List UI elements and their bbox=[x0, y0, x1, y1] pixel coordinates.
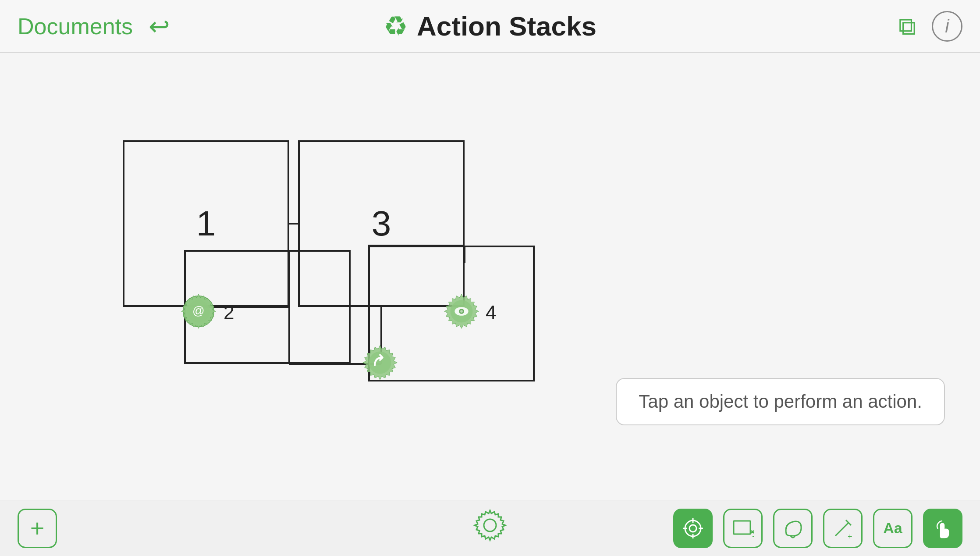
svg-rect-23 bbox=[734, 521, 750, 534]
gear-redo-svg bbox=[360, 342, 400, 383]
rect-icon: + bbox=[732, 517, 754, 539]
text-tool-button[interactable]: Aa bbox=[873, 509, 913, 548]
add-button[interactable]: + bbox=[18, 509, 57, 548]
box-3-label: 3 bbox=[372, 203, 391, 244]
svg-text:@: @ bbox=[192, 304, 205, 317]
gear-at-svg: @ bbox=[179, 291, 218, 331]
header-center: ♻ Action Stacks bbox=[383, 11, 597, 42]
touch-icon bbox=[932, 517, 954, 539]
lasso-tool-button[interactable] bbox=[773, 509, 813, 548]
instruction-box: Tap an object to perform an action. bbox=[616, 378, 945, 425]
canvas-area[interactable]: 1 3 @ 2 4 bbox=[0, 53, 980, 500]
header-right: ⧉ i bbox=[898, 11, 962, 42]
svg-point-16 bbox=[484, 519, 496, 531]
box-1-label: 1 bbox=[196, 203, 216, 244]
recycle-icon: ♻ bbox=[383, 13, 408, 40]
toolbar-right: + + Aa bbox=[673, 509, 962, 548]
svg-point-17 bbox=[685, 520, 701, 536]
toolbar: + bbox=[0, 500, 980, 556]
settings-center-icon[interactable] bbox=[472, 519, 508, 549]
toolbar-center bbox=[472, 508, 508, 549]
back-icon[interactable]: ↩ bbox=[149, 14, 170, 39]
lasso-icon bbox=[782, 517, 804, 539]
copy-icon[interactable]: ⧉ bbox=[898, 12, 916, 41]
svg-text:+: + bbox=[848, 532, 852, 539]
action-4-label: 4 bbox=[486, 302, 496, 324]
rect-tool-button[interactable]: + bbox=[723, 509, 763, 548]
svg-point-18 bbox=[689, 525, 696, 532]
action-redo-icon[interactable] bbox=[360, 343, 400, 382]
action-2-label: 2 bbox=[224, 302, 234, 324]
header-left: Documents ↩ bbox=[18, 13, 170, 39]
instruction-text: Tap an object to perform an action. bbox=[639, 391, 922, 412]
text-icon: Aa bbox=[883, 520, 902, 537]
action-eye-icon[interactable] bbox=[442, 292, 481, 331]
pen-tool-button[interactable]: + bbox=[823, 509, 863, 548]
info-button[interactable]: i bbox=[932, 11, 962, 42]
app-header: Documents ↩ ♻ Action Stacks ⧉ i bbox=[0, 0, 980, 53]
page-title: Action Stacks bbox=[417, 11, 597, 42]
gear-eye-svg bbox=[442, 291, 481, 331]
action-at-icon[interactable]: @ bbox=[179, 292, 218, 331]
touch-tool-button[interactable] bbox=[923, 509, 962, 548]
svg-text:+: + bbox=[752, 532, 754, 539]
select-tool-button[interactable] bbox=[673, 509, 713, 548]
documents-link[interactable]: Documents bbox=[18, 13, 133, 39]
add-icon: + bbox=[30, 514, 45, 542]
pen-icon: + bbox=[832, 517, 854, 539]
svg-point-14 bbox=[460, 310, 463, 313]
target-icon bbox=[682, 517, 704, 539]
svg-line-27 bbox=[835, 523, 849, 536]
